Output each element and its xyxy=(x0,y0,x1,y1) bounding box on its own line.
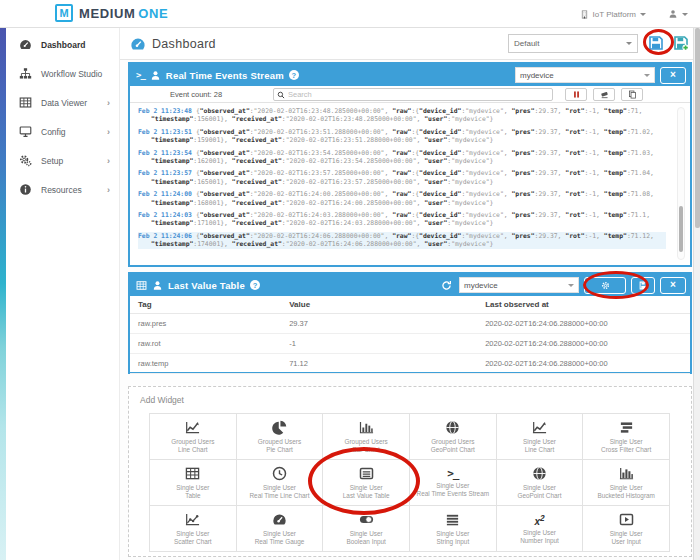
tag-cell: raw.rot xyxy=(130,333,281,353)
help-icon[interactable]: ? xyxy=(289,70,299,80)
add-widget-single-user-cross-filter-chart[interactable]: Single UserCross Filter Chart xyxy=(583,414,670,460)
add-widget-single-user-real-time-gauge[interactable]: Single UserReal Time Gauge xyxy=(237,506,324,552)
sidebar-item-workflow-studio[interactable]: Workflow Studio xyxy=(6,59,119,88)
add-widget-single-user-bucketed-histogram[interactable]: Single UserBucketed Histogram xyxy=(583,460,670,506)
table-icon xyxy=(136,280,147,291)
pause-stream-button[interactable] xyxy=(565,88,587,101)
add-widget-single-user-real-time-line-chart[interactable]: Single UserReal Time Line Chart xyxy=(237,460,324,506)
add-widget-single-user-scatter-chart[interactable]: Single UserScatter Chart xyxy=(150,506,237,552)
refresh-icon[interactable] xyxy=(441,280,452,291)
widget-cell-line1: Grouped Users xyxy=(258,438,301,446)
chevron-down-icon xyxy=(568,284,574,290)
log-scrollbar xyxy=(677,107,685,260)
widget-cell-line1: Grouped Users xyxy=(431,438,474,446)
widget-cell-line2: User Input xyxy=(611,538,640,546)
sidebar-item-data-viewer[interactable]: Data Viewer› xyxy=(6,88,119,117)
platform-menu[interactable]: IoT Platform xyxy=(580,10,646,19)
last-observed-cell: 2020-02-02T16:24:06.288000+00:00 xyxy=(477,313,690,333)
add-widget-grouped-users-line-chart[interactable]: Grouped UsersLine Chart xyxy=(150,414,237,460)
chevron-down-icon xyxy=(640,13,646,19)
add-widget-single-user-string-input[interactable]: Single UserString Input xyxy=(410,506,497,552)
last-value-close-button[interactable]: × xyxy=(660,277,686,294)
events-log[interactable]: Feb 2 11:23:48{"observed_at":"2020-02-02… xyxy=(130,103,690,265)
widget-cell-line2: Scatter Chart xyxy=(174,538,212,546)
last-value-save-button[interactable] xyxy=(631,277,655,294)
add-widget-grouped-users-bar-chart[interactable]: Grouped UsersBar Chart xyxy=(323,414,410,460)
sidebar-accent-strip xyxy=(0,28,6,560)
x-squared-icon: x2 xyxy=(534,513,544,527)
last-value-settings-button[interactable] xyxy=(584,277,626,294)
events-device-select[interactable]: mydevice xyxy=(515,67,655,83)
log-timestamp: Feb 2 11:23:48 xyxy=(138,107,192,115)
sidebar-item-resources[interactable]: Resources› xyxy=(6,175,119,204)
gauge-icon xyxy=(19,38,32,51)
list-table-icon xyxy=(359,466,374,481)
save-dashboard-button[interactable] xyxy=(648,35,664,51)
page-scrollbar xyxy=(693,28,700,560)
page-scrollbar-thumb[interactable] xyxy=(695,28,700,228)
clear-stream-button[interactable] xyxy=(593,88,615,101)
table-grid-icon xyxy=(19,96,32,109)
dashboard-select-value: Default xyxy=(514,39,539,48)
log-scrollbar-thumb[interactable] xyxy=(679,206,683,252)
brand-m-icon: M xyxy=(55,4,73,22)
widget-cell-line2: Line Chart xyxy=(525,446,555,454)
add-widget-single-user-user-input[interactable]: Single UserUser Input xyxy=(583,506,670,552)
sidebar-item-config[interactable]: Config› xyxy=(6,117,119,146)
last-value-device-value: mydevice xyxy=(464,281,498,290)
terminal-icon: >_ xyxy=(136,70,145,80)
widget-cell-line2: Cross Filter Chart xyxy=(601,446,651,454)
page-title: Dashboard xyxy=(152,37,216,51)
log-json: {"observed_at":"2020-02-02T16:23:57.2850… xyxy=(151,169,654,185)
table-header-row: TagValueLast observed at xyxy=(130,296,690,313)
topbar: M MEDIUM ONE IoT Platform xyxy=(0,0,700,28)
add-widget-single-user-last-value-table[interactable]: Single UserLast Value Table xyxy=(323,460,410,506)
brand-logo[interactable]: M MEDIUM ONE xyxy=(55,4,168,22)
user-icon xyxy=(152,280,163,291)
add-widget-grouped-users-geopoint-chart[interactable]: Grouped UsersGeoPoint Chart xyxy=(410,414,497,460)
widget-cell-line2: Bar Chart xyxy=(352,446,379,454)
log-entry: Feb 2 11:23:48{"observed_at":"2020-02-02… xyxy=(138,107,666,124)
log-timestamp: Feb 2 11:24:00 xyxy=(138,190,192,198)
add-widget-single-user-boolean-input[interactable]: Single UserBoolean Input xyxy=(323,506,410,552)
log-timestamp: Feb 2 11:24:06 xyxy=(138,232,192,240)
events-widget-header: >_ Real Time Events Stream ? mydevice × xyxy=(130,64,690,86)
widget-cell-line1: Single User xyxy=(350,530,383,538)
sidebar-item-setup[interactable]: Setup› xyxy=(6,146,119,175)
help-icon[interactable]: ? xyxy=(250,280,260,290)
last-value-device-select[interactable]: mydevice xyxy=(459,277,579,293)
info-icon xyxy=(19,183,32,196)
dashboard-select[interactable]: Default xyxy=(508,34,638,53)
add-widget-grouped-users-pie-chart[interactable]: Grouped UsersPie Chart xyxy=(237,414,324,460)
save-as-new-dashboard-button[interactable] xyxy=(673,35,689,51)
widget-cell-line1: Single User xyxy=(263,530,296,538)
chevron-right-icon: › xyxy=(107,185,110,195)
log-timestamp: Feb 2 11:23:54 xyxy=(138,149,192,157)
add-widget-single-user-geopoint-chart[interactable]: Single UserGeoPoint Chart xyxy=(497,460,584,506)
tag-cell: raw.temp xyxy=(130,353,281,373)
add-widget-single-user-number-input[interactable]: x2Single UserNumber Input xyxy=(497,506,584,552)
add-widget-single-user-line-chart[interactable]: Single UserLine Chart xyxy=(497,414,584,460)
chevron-down-icon xyxy=(682,13,688,19)
copy-icon xyxy=(628,90,637,99)
widget-cell-line2: Real Time Line Chart xyxy=(249,492,309,500)
events-close-button[interactable]: × xyxy=(660,67,686,84)
copy-stream-button[interactable] xyxy=(621,88,643,101)
add-widget-single-user-real-time-events-stream[interactable]: >_Single UserReal Time Events Stream xyxy=(410,460,497,506)
add-widget-section: Add Widget Grouped UsersLine ChartGroupe… xyxy=(128,386,692,557)
user-menu[interactable] xyxy=(668,9,688,19)
pie-chart-icon xyxy=(272,420,287,435)
search-input[interactable] xyxy=(288,90,549,99)
sidebar-item-dashboard[interactable]: Dashboard xyxy=(6,30,119,59)
line-chart-icon xyxy=(185,420,200,435)
widget-cell-line1: Single User xyxy=(523,484,556,492)
column-header-value: Value xyxy=(281,296,477,313)
line-chart-icon xyxy=(532,420,547,435)
value-cell: -1 xyxy=(281,333,477,353)
add-widget-title: Add Widget xyxy=(140,395,184,405)
sidebar-item-label: Dashboard xyxy=(41,40,85,50)
globe-icon xyxy=(532,466,547,481)
add-widget-single-user-table[interactable]: Single UserTable xyxy=(150,460,237,506)
scatter-chart-icon xyxy=(185,512,200,527)
widget-cell-line1: Single User xyxy=(350,484,383,492)
